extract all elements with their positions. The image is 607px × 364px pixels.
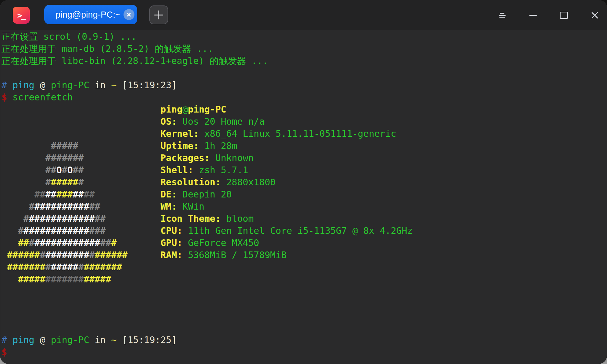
titlebar: >_ ping@ping-PC:~	[0, 0, 607, 30]
terminal-line-8: OS: Uos 20 Home n/a	[2, 116, 607, 128]
terminal-line-3: 正在处理用于 libc-bin (2.28.12-1+eagle) 的触发器 .…	[2, 55, 607, 67]
terminal-line-20: #####################	[2, 261, 607, 273]
terminal-line-7: ping@ping-PC	[2, 103, 607, 116]
tab-close-icon[interactable]	[124, 9, 134, 20]
terminal-line-11: ####### Packages: Unknown	[2, 152, 607, 164]
minimize-button[interactable]	[526, 8, 540, 22]
tab-ping[interactable]: ping@ping-PC:~	[44, 5, 137, 24]
close-button[interactable]	[588, 8, 602, 22]
terminal-line-22	[2, 285, 607, 298]
terminal-line-27: $	[2, 346, 607, 358]
menu-button[interactable]	[495, 8, 509, 22]
close-icon	[591, 11, 599, 19]
terminal-line-25	[2, 322, 607, 334]
new-tab-button[interactable]	[149, 5, 168, 24]
terminal-line-6: $ screenfetch	[2, 91, 607, 103]
terminal-line-14: ########### DE: Deepin 20	[2, 188, 607, 201]
terminal-line-4	[2, 67, 607, 79]
terminal-line-2: 正在处理用于 man-db (2.8.5-2) 的触发器 ...	[2, 43, 607, 55]
terminal-line-9: Kernel: x86_64 Linux 5.11.11-051111-gene…	[2, 128, 607, 140]
terminal-app-icon: >_	[13, 7, 30, 24]
maximize-icon	[560, 12, 568, 19]
terminal-line-19: ###################### RAM: 5368MiB / 15…	[2, 249, 607, 261]
maximize-button[interactable]	[557, 8, 571, 22]
terminal-line-21: #################	[2, 273, 607, 285]
terminal-line-16: ############### Icon Theme: bloom	[2, 213, 607, 225]
hamburger-icon	[499, 12, 506, 19]
terminal-line-18: ################## GPU: GeForce MX450	[2, 237, 607, 249]
terminal-line-12: ##O#O## Shell: zsh 5.7.1	[2, 164, 607, 176]
window-controls	[495, 0, 602, 30]
minimize-icon	[529, 15, 537, 16]
terminal-line-1: 正在设置 scrot (0.9-1) ...	[2, 31, 607, 43]
terminal-line-24	[2, 310, 607, 322]
terminal-line-23	[2, 298, 607, 310]
terminal-line-15: ############# WM: KWin	[2, 201, 607, 213]
terminal-line-10: ##### Uptime: 1h 28m	[2, 140, 607, 152]
terminal-line-5: # ping @ ping-PC in ~ [15:19:23]	[2, 79, 607, 91]
terminal-line-26: # ping @ ping-PC in ~ [15:19:25]	[2, 334, 607, 346]
terminal-output[interactable]: 正在设置 scrot (0.9-1) ...正在处理用于 man-db (2.8…	[0, 30, 607, 364]
terminal-line-13: ####### Resolution: 2880x1800	[2, 176, 607, 188]
terminal-window: >_ ping@ping-PC:~	[0, 0, 607, 364]
terminal-line-17: ################ CPU: 11th Gen Intel Cor…	[2, 225, 607, 237]
tab-label: ping@ping-PC:~	[56, 10, 120, 20]
